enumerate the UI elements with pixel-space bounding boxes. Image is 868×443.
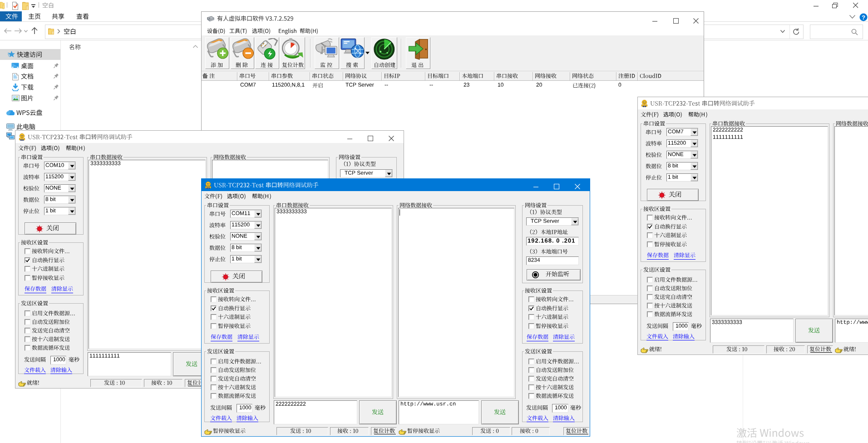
svg-text:?: ? <box>862 14 865 21</box>
